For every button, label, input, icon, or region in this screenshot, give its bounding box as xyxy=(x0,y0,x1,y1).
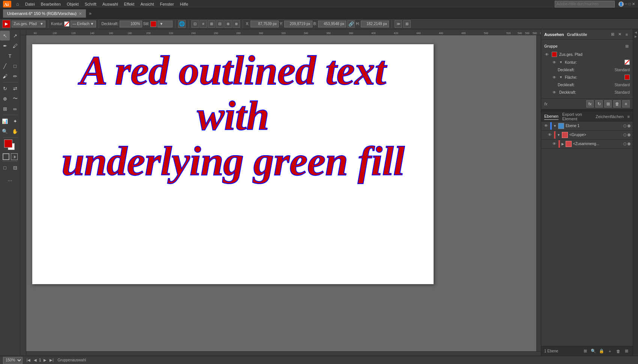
curvature-tool[interactable]: 🖊 xyxy=(10,41,20,51)
path-visibility-eye[interactable]: 👁 xyxy=(544,52,549,57)
scale-tool[interactable]: ⊕ xyxy=(0,94,10,103)
flaeche-chevron[interactable]: ▼ xyxy=(559,75,563,79)
menu-bearbeiten[interactable]: Bearbeiten xyxy=(38,1,63,7)
transform-5-icon[interactable]: ⊕ xyxy=(224,20,232,28)
h-input[interactable] xyxy=(361,21,389,27)
line-tool[interactable]: ╱ xyxy=(0,61,10,71)
menu-effekt[interactable]: Effekt xyxy=(121,1,137,7)
rotate-tool[interactable]: ↻ xyxy=(0,84,10,93)
lock-toggle-btn[interactable]: 🔒 xyxy=(598,348,605,355)
color-mode-indicator[interactable]: ◑ xyxy=(11,153,18,160)
fx-add-btn[interactable]: fx xyxy=(586,100,594,108)
draw-behind[interactable]: ⊟ xyxy=(10,163,20,172)
export-tab[interactable]: Export von Element xyxy=(562,111,592,122)
last-page-btn[interactable]: ▶| xyxy=(49,357,55,363)
tab-close-btn[interactable]: ✕ xyxy=(79,12,82,16)
style-swatch[interactable] xyxy=(150,21,156,27)
gruppe-chevron[interactable]: ▼ xyxy=(557,133,560,137)
kontur-swatch[interactable] xyxy=(624,60,630,65)
flaeche-swatch[interactable] xyxy=(624,75,630,80)
menu-auswahl[interactable]: Auswahl xyxy=(100,1,121,7)
width-tool[interactable]: ⊞ xyxy=(0,104,10,114)
fx-options-btn[interactable]: ≡ xyxy=(622,100,630,108)
menu-fenster[interactable]: Fenster xyxy=(157,1,176,7)
zoom-tool[interactable]: 🔍 xyxy=(0,126,10,136)
zoom-select[interactable]: 150% 100% 75% 50% xyxy=(3,357,23,364)
move-panel-btn[interactable]: ⊞ xyxy=(623,348,630,355)
layer-row-gruppe[interactable]: 👁 ▼ <Gruppe> xyxy=(541,130,633,139)
panel-expand-btn[interactable]: ⊞ xyxy=(609,31,615,37)
vertical-scrollbar[interactable] xyxy=(536,35,541,351)
next-page-btn[interactable]: ▶ xyxy=(42,357,48,363)
gruppe-eye[interactable]: 👁 xyxy=(547,132,552,138)
kontur-visibility-eye[interactable]: 👁 xyxy=(552,60,557,65)
transform-3-icon[interactable]: ⊞ xyxy=(208,20,215,28)
hand-tool[interactable]: ✋ xyxy=(10,126,20,136)
reflect-tool[interactable]: ⇄ xyxy=(10,84,20,93)
transform-2-icon[interactable]: ≡ xyxy=(200,20,207,28)
rect-tool[interactable]: □ xyxy=(10,61,20,71)
no-fill-indicator[interactable] xyxy=(3,153,9,160)
x-input[interactable] xyxy=(251,21,279,27)
menu-datei[interactable]: Datei xyxy=(23,1,38,7)
stroke-dropdown[interactable]: — Einfach ▼ xyxy=(71,21,96,27)
normal-mode[interactable]: □ xyxy=(0,163,10,172)
pen-tool[interactable]: ✒ xyxy=(0,41,10,51)
flaeche-visibility-eye[interactable]: 👁 xyxy=(552,75,557,80)
home-icon[interactable]: ⌂ xyxy=(14,1,22,7)
edge-arrow-2[interactable]: ▶ xyxy=(635,35,637,38)
new-artboard-btn[interactable]: ⊞ xyxy=(582,348,588,355)
delete-layer-btn[interactable]: 🗑 xyxy=(615,348,621,355)
layer1-chevron[interactable]: ▼ xyxy=(553,124,557,128)
panel-options-btn[interactable]: ≡ xyxy=(624,31,630,37)
layer1-eye[interactable]: 👁 xyxy=(543,123,549,129)
fx-delete-btn[interactable]: 🗑 xyxy=(613,100,621,108)
more-tools-icon[interactable]: ≫ xyxy=(395,20,402,28)
opacity-input[interactable] xyxy=(120,21,142,27)
first-page-btn[interactable]: |◀ xyxy=(26,357,32,363)
style-dropdown[interactable]: ▼ xyxy=(158,21,173,27)
blend-tool[interactable]: ∞ xyxy=(10,104,20,114)
edge-arrow-1[interactable]: ◀ xyxy=(635,31,637,34)
layer-row-ebene1[interactable]: 👁 ▼ Ebene 1 xyxy=(541,121,633,130)
type-tool[interactable]: T xyxy=(5,51,15,61)
path-swatch[interactable] xyxy=(552,52,557,57)
more-tools-btn[interactable]: … xyxy=(5,174,15,184)
selection-tool-icon[interactable]: ▶ xyxy=(2,20,11,28)
grafikstile-tab[interactable]: Grafikstile xyxy=(567,32,587,37)
menu-objekt[interactable]: Objekt xyxy=(64,1,81,7)
link-icon[interactable]: 🔗 xyxy=(347,20,355,28)
horizontal-scrollbar[interactable] xyxy=(26,351,541,356)
direct-select-tool[interactable]: ↗ xyxy=(10,31,20,40)
transform-6-icon[interactable]: ⊗ xyxy=(233,20,240,28)
warp-tool[interactable]: 〜 xyxy=(10,94,20,103)
layer1-swatch[interactable] xyxy=(558,123,564,129)
grid-view-icon[interactable]: ⊞ xyxy=(403,20,411,28)
kontur-chevron[interactable]: ▼ xyxy=(559,60,563,64)
zusammeng-chevron[interactable]: ▶ xyxy=(561,142,564,146)
menu-schrift[interactable]: Schrift xyxy=(82,1,99,7)
y-input[interactable] xyxy=(284,21,312,27)
column-chart-tool[interactable]: 📊 xyxy=(0,116,10,126)
add-appearance-btn[interactable]: ⊞ xyxy=(624,43,630,49)
paintbrush-tool[interactable]: 🖌 xyxy=(0,71,10,81)
b-input[interactable] xyxy=(318,21,346,27)
tab-overflow-btn[interactable]: » xyxy=(89,11,92,16)
menu-ansicht[interactable]: Ansicht xyxy=(138,1,156,7)
foreground-color[interactable] xyxy=(4,139,12,148)
symbol-spray-tool[interactable]: ✦ xyxy=(10,116,20,126)
zeichenflaechen-tab[interactable]: Zeichenflächen xyxy=(596,114,624,120)
fx-copy-btn[interactable]: ⊞ xyxy=(604,100,612,108)
panel-close-btn[interactable]: ✕ xyxy=(617,31,623,37)
transform-4-icon[interactable]: ⊟ xyxy=(216,20,224,28)
gruppe-swatch[interactable] xyxy=(562,132,568,138)
maximize-btn[interactable]: □ xyxy=(629,2,631,6)
layer-row-zusammeng[interactable]: 👁 ▶ <Zusammeng... xyxy=(541,139,633,148)
zusammeng-eye[interactable]: 👁 xyxy=(552,141,557,147)
globe-icon[interactable]: 🌐 xyxy=(178,20,186,28)
stroke-swatch[interactable] xyxy=(64,21,69,27)
prev-page-btn[interactable]: ◀ xyxy=(32,357,38,363)
new-layer-btn[interactable]: + xyxy=(606,348,613,355)
user-icon[interactable]: 👤 xyxy=(618,1,624,7)
search-layers-btn[interactable]: 🔍 xyxy=(590,348,597,355)
